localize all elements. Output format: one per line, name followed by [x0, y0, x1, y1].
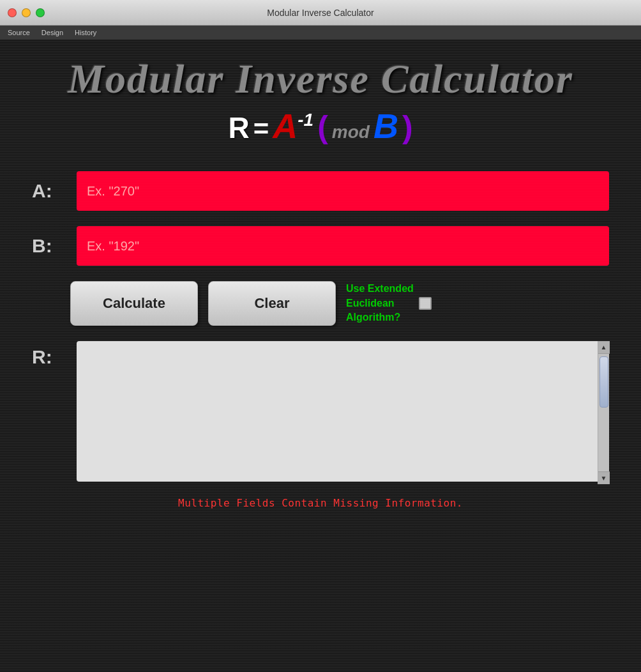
result-row: R: ▲ ▼: [32, 341, 609, 484]
scrollbar-track: ▲ ▼: [598, 341, 609, 484]
label-b: B:: [32, 235, 70, 257]
nav-tab-history[interactable]: History: [70, 27, 102, 38]
extended-algorithm-container: Use ExtendedEuclideanAlgorithm?: [346, 282, 432, 325]
formula-b: B: [373, 106, 398, 146]
formula-paren-open: (: [317, 109, 328, 146]
close-button[interactable]: [8, 8, 17, 17]
nav-tab-design[interactable]: Design: [36, 27, 68, 38]
nav-tab-source[interactable]: Source: [3, 27, 35, 38]
input-a[interactable]: [77, 171, 609, 211]
input-row-a: A:: [32, 171, 609, 211]
formula-paren-close: ): [402, 109, 413, 146]
window-title: Modular Inverse Calculator: [267, 8, 373, 18]
title-bar: Modular Inverse Calculator: [0, 0, 641, 26]
result-container: ▲ ▼: [77, 341, 609, 484]
formula-sup: -1: [298, 110, 313, 130]
input-row-b: B:: [32, 226, 609, 266]
formula-r: R: [228, 111, 249, 145]
input-b[interactable]: [77, 226, 609, 266]
formula-mod: mod: [332, 122, 370, 142]
label-a: A:: [32, 180, 70, 202]
extended-algorithm-checkbox[interactable]: [419, 297, 432, 310]
app-title: Modular Inverse Calculator: [68, 59, 573, 100]
formula-a: A-1: [273, 106, 313, 146]
button-row: Calculate Clear Use ExtendedEuclideanAlg…: [32, 281, 609, 326]
scrollbar-down-button[interactable]: ▼: [598, 471, 610, 484]
clear-button[interactable]: Clear: [208, 281, 336, 326]
calculate-button[interactable]: Calculate: [70, 281, 198, 326]
minimize-button[interactable]: [22, 8, 31, 17]
result-textarea[interactable]: [77, 341, 609, 482]
formula-eq: =: [253, 114, 269, 144]
maximize-button[interactable]: [36, 8, 45, 17]
nav-bar: Source Design History: [0, 26, 641, 40]
window-controls: [8, 8, 45, 17]
scrollbar-thumb[interactable]: [600, 356, 608, 408]
error-message: Multiple Fields Contain Missing Informat…: [32, 497, 609, 509]
label-r: R:: [32, 346, 70, 368]
extended-algorithm-label: Use ExtendedEuclideanAlgorithm?: [346, 282, 414, 325]
scrollbar-up-button[interactable]: ▲: [598, 341, 610, 354]
formula-display: R = A-1 ( mod B ): [228, 106, 412, 146]
main-content: Modular Inverse Calculator R = A-1 ( mod…: [0, 40, 641, 672]
